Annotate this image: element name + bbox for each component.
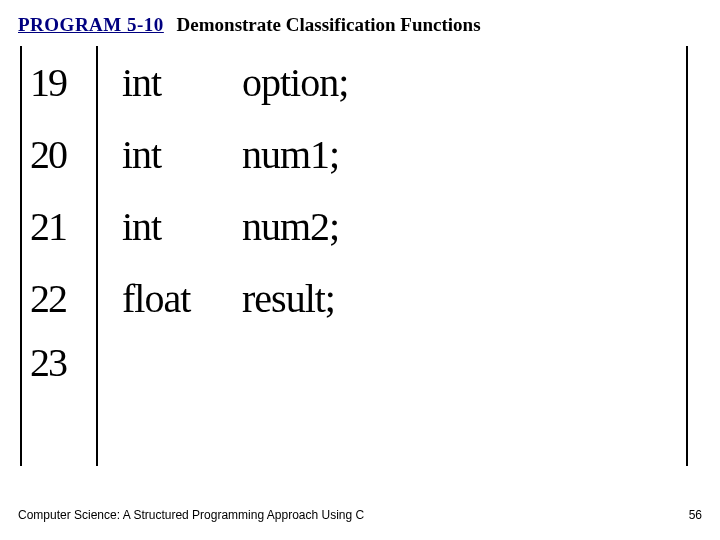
keyword: int [122, 59, 242, 106]
code-line: 20 int num1; [18, 118, 702, 190]
identifier: num1; [242, 131, 339, 178]
line-number: 20 [18, 131, 96, 178]
slide-title: PROGRAM 5-10 Demonstrate Classification … [18, 14, 702, 36]
line-number: 22 [18, 275, 96, 322]
rule-left [20, 46, 22, 466]
keyword: int [122, 131, 242, 178]
program-title: Demonstrate Classification Functions [177, 14, 481, 35]
line-number: 21 [18, 203, 96, 250]
rule-right [686, 46, 688, 466]
code-line: 22 float result; [18, 262, 702, 334]
rule-gutter [96, 46, 98, 466]
code-listing: 19 int option; 20 int num1; 21 int num2; [18, 46, 702, 406]
code-line: 19 int option; [18, 46, 702, 118]
footer-book: Computer Science: A Structured Programmi… [18, 508, 364, 522]
identifier: num2; [242, 203, 339, 250]
code-line: 21 int num2; [18, 190, 702, 262]
identifier: result; [242, 275, 335, 322]
keyword: int [122, 203, 242, 250]
identifier: option; [242, 59, 348, 106]
code-line: 23 [18, 334, 702, 406]
line-number: 23 [18, 339, 96, 401]
footer-page: 56 [689, 508, 702, 522]
line-number: 19 [18, 59, 96, 106]
footer: Computer Science: A Structured Programmi… [18, 508, 702, 522]
program-label: PROGRAM 5-10 [18, 14, 164, 35]
keyword: float [122, 275, 242, 322]
